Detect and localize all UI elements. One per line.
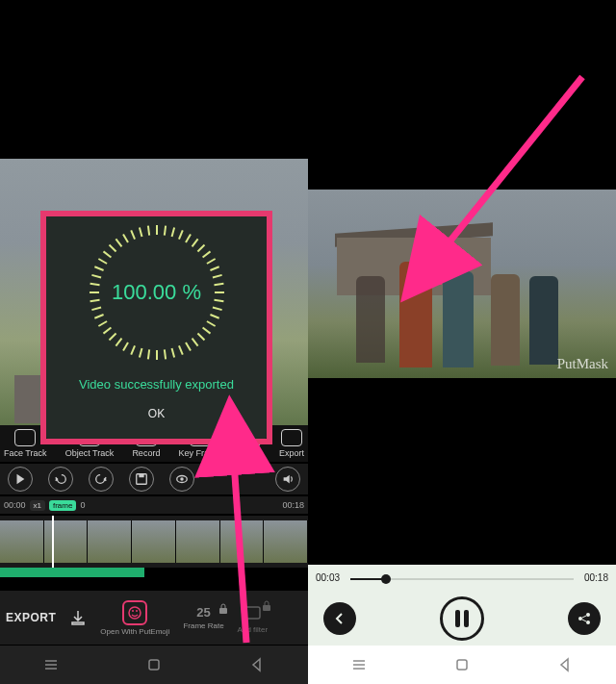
start-time: 00:00 bbox=[4, 500, 26, 510]
svg-rect-9 bbox=[263, 605, 270, 611]
lock-icon bbox=[262, 600, 271, 612]
svg-point-6 bbox=[136, 610, 138, 612]
export-bar: EXPORT Open With PutEmoji 25 Frame Rate … bbox=[0, 591, 308, 645]
system-nav bbox=[0, 646, 308, 684]
watermark-option[interactable]: Add filter bbox=[238, 602, 269, 634]
option-label: Add filter bbox=[238, 625, 269, 634]
svg-rect-7 bbox=[219, 608, 227, 614]
face-track-icon bbox=[14, 429, 36, 446]
svg-rect-1 bbox=[139, 474, 143, 478]
play-button[interactable] bbox=[8, 467, 33, 492]
timeline-info: 00:00 x1 frame 0 00:18 bbox=[0, 496, 308, 514]
tool-label: Export bbox=[279, 448, 304, 458]
track-bar[interactable] bbox=[0, 568, 144, 577]
seek-progress bbox=[350, 578, 385, 580]
tool-label: Key Frame bbox=[179, 448, 221, 458]
pause-icon bbox=[455, 610, 469, 627]
export-label: EXPORT bbox=[6, 611, 56, 624]
watermark-icon bbox=[242, 602, 263, 623]
undo-button[interactable] bbox=[48, 467, 73, 492]
frame-rate-option[interactable]: 25 Frame Rate bbox=[183, 605, 223, 630]
svg-line-17 bbox=[582, 616, 586, 618]
svg-point-16 bbox=[586, 621, 590, 624]
player-screen: PutMask 00:03 00:18 bbox=[308, 0, 616, 684]
svg-point-15 bbox=[578, 617, 582, 621]
timeline[interactable] bbox=[0, 516, 308, 568]
svg-rect-8 bbox=[244, 607, 260, 619]
tool-label: Object Track bbox=[65, 448, 115, 458]
video-watermark: PutMask bbox=[557, 356, 608, 372]
back-icon[interactable] bbox=[249, 657, 265, 672]
svg-rect-22 bbox=[457, 660, 467, 670]
editor-screen: Face Track Object Track Record Key Frame… bbox=[0, 0, 308, 684]
seek-knob[interactable] bbox=[381, 574, 391, 584]
home-icon[interactable] bbox=[146, 657, 162, 672]
playback-row bbox=[0, 464, 308, 494]
annotation-box bbox=[40, 211, 272, 444]
face-blur-highlight bbox=[411, 254, 442, 285]
system-nav bbox=[308, 646, 616, 684]
redo-button[interactable] bbox=[89, 467, 114, 492]
svg-point-14 bbox=[586, 613, 590, 617]
frame-number: 0 bbox=[80, 500, 85, 510]
recent-apps-icon[interactable] bbox=[43, 657, 59, 672]
svg-line-18 bbox=[582, 620, 586, 621]
back-button[interactable] bbox=[323, 602, 356, 635]
recent-apps-icon[interactable] bbox=[351, 657, 367, 672]
open-with-putemoji[interactable]: Open With PutEmoji bbox=[100, 600, 169, 636]
pause-button[interactable] bbox=[440, 596, 484, 641]
current-time: 00:03 bbox=[316, 572, 340, 583]
tool-label: Edit bbox=[243, 448, 258, 458]
exported-video[interactable]: PutMask bbox=[308, 190, 616, 378]
speed-badge[interactable]: x1 bbox=[30, 500, 45, 511]
end-time: 00:18 bbox=[282, 500, 304, 510]
export-tool[interactable]: Export bbox=[279, 429, 304, 458]
svg-point-5 bbox=[132, 610, 134, 612]
fps-value: 25 bbox=[196, 605, 210, 620]
lock-icon bbox=[218, 603, 228, 615]
home-icon[interactable] bbox=[454, 657, 470, 672]
tool-label: Record bbox=[132, 448, 160, 458]
putemoji-icon bbox=[122, 600, 147, 625]
total-duration: 00:18 bbox=[584, 572, 608, 583]
frame-badge[interactable]: frame bbox=[49, 500, 76, 511]
volume-button[interactable] bbox=[275, 467, 300, 492]
back-icon[interactable] bbox=[557, 657, 573, 672]
download-icon[interactable] bbox=[69, 609, 87, 626]
save-button[interactable] bbox=[129, 467, 154, 492]
video-player-controls: 00:03 00:18 bbox=[308, 565, 616, 646]
playhead[interactable] bbox=[52, 516, 54, 568]
share-button[interactable] bbox=[568, 602, 601, 635]
option-label: Frame Rate bbox=[183, 621, 223, 630]
export-icon bbox=[281, 429, 302, 446]
svg-rect-13 bbox=[149, 660, 159, 670]
svg-point-4 bbox=[129, 607, 141, 619]
visibility-button[interactable] bbox=[169, 467, 194, 492]
option-label: Open With PutEmoji bbox=[100, 627, 169, 636]
tool-label: Face Track bbox=[4, 448, 47, 458]
svg-point-3 bbox=[180, 477, 184, 481]
